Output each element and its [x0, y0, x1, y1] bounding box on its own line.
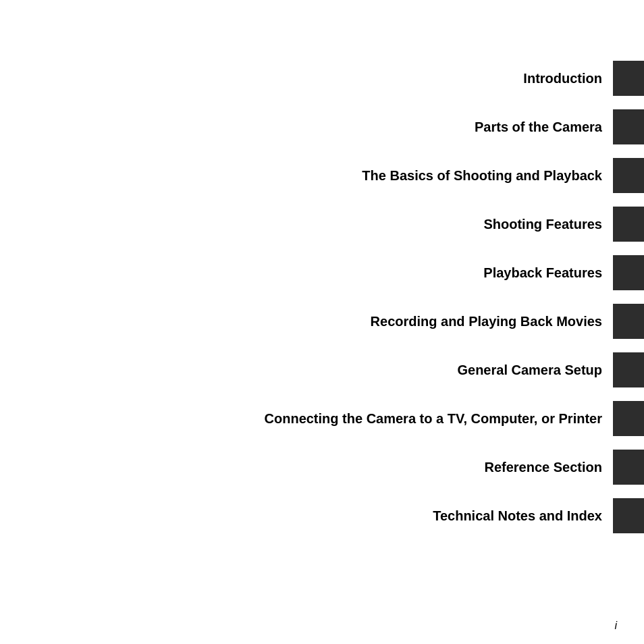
- toc-item-shooting-features[interactable]: Shooting Features: [0, 200, 644, 248]
- toc-tab-shooting-features: [613, 207, 644, 242]
- toc-item-general-camera-setup[interactable]: General Camera Setup: [0, 346, 644, 394]
- table-of-contents: IntroductionParts of the CameraThe Basic…: [0, 54, 644, 540]
- toc-label-reference-section: Reference Section: [484, 458, 613, 476]
- toc-item-basics-of-shooting[interactable]: The Basics of Shooting and Playback: [0, 151, 644, 200]
- toc-item-parts-of-the-camera[interactable]: Parts of the Camera: [0, 103, 644, 151]
- toc-tab-basics-of-shooting: [613, 158, 644, 193]
- toc-tab-parts-of-the-camera: [613, 109, 644, 144]
- toc-tab-recording-movies: [613, 304, 644, 339]
- toc-label-parts-of-the-camera: Parts of the Camera: [475, 118, 613, 136]
- toc-label-technical-notes: Technical Notes and Index: [433, 507, 613, 525]
- toc-item-introduction[interactable]: Introduction: [0, 54, 644, 103]
- toc-label-recording-movies: Recording and Playing Back Movies: [371, 313, 613, 330]
- toc-label-connecting-camera: Connecting the Camera to a TV, Computer,…: [265, 410, 613, 427]
- toc-tab-general-camera-setup: [613, 352, 644, 387]
- toc-tab-technical-notes: [613, 498, 644, 533]
- toc-label-basics-of-shooting: The Basics of Shooting and Playback: [362, 167, 613, 184]
- toc-item-recording-movies[interactable]: Recording and Playing Back Movies: [0, 297, 644, 346]
- toc-tab-reference-section: [613, 450, 644, 485]
- toc-label-introduction: Introduction: [523, 70, 613, 87]
- toc-item-playback-features[interactable]: Playback Features: [0, 248, 644, 297]
- toc-item-technical-notes[interactable]: Technical Notes and Index: [0, 491, 644, 540]
- toc-label-general-camera-setup: General Camera Setup: [457, 361, 613, 379]
- toc-item-reference-section[interactable]: Reference Section: [0, 443, 644, 491]
- toc-tab-playback-features: [613, 255, 644, 290]
- toc-tab-connecting-camera: [613, 401, 644, 436]
- toc-label-playback-features: Playback Features: [483, 264, 613, 281]
- toc-item-connecting-camera[interactable]: Connecting the Camera to a TV, Computer,…: [0, 394, 644, 443]
- page-number: i: [614, 620, 617, 632]
- toc-tab-introduction: [613, 61, 644, 96]
- toc-label-shooting-features: Shooting Features: [483, 215, 613, 233]
